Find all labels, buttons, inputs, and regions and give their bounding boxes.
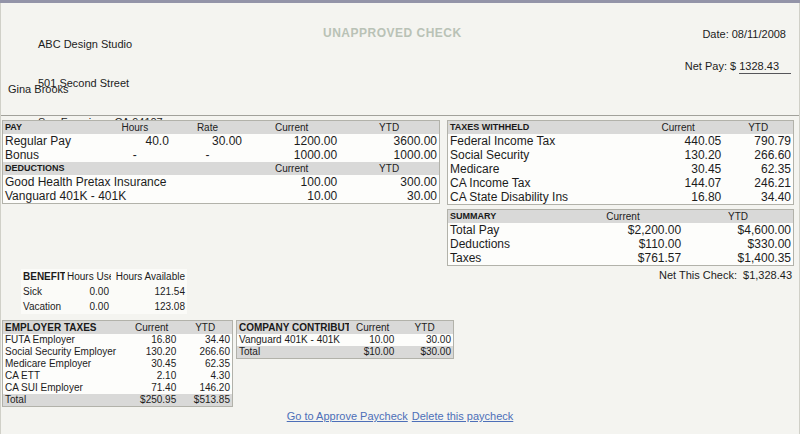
footer-links: Go to Approve PaycheckDelete this payche… (1, 410, 799, 422)
summary-row-current: $2,200.00 (563, 223, 683, 237)
employer-tax-current: 16.80 (125, 334, 178, 346)
table-row: Medicare 30.45 62.35 (448, 162, 794, 176)
company-contributions-section-title: COMPANY CONTRIBUTIONS (237, 321, 350, 335)
tax-row-label: CA Income Tax (448, 176, 634, 190)
pay-row-ytd: 3600.00 (339, 134, 439, 148)
table-row: Sick 0.00 121.54 (21, 284, 187, 299)
employer-tax-label: FUTA Employer (3, 334, 126, 346)
tax-row-current: 130.20 (633, 148, 723, 162)
tax-row-current: 144.07 (633, 176, 723, 190)
net-this-check-label: Net This Check: (659, 269, 737, 281)
pay-section-title: PAY (3, 121, 99, 135)
employer-tax-label: Social Security Employer (3, 346, 126, 358)
benefits-col-available: Hours Available (111, 269, 187, 284)
table-row: Good Health Pretax Insurance 100.00 300.… (3, 175, 440, 189)
deductions-row-current: 10.00 (244, 189, 339, 204)
deductions-row-current: 100.00 (244, 175, 339, 189)
pay-deductions-table: PAY Hours Rate Current YTD Regular Pay 4… (2, 120, 440, 204)
tax-row-label: Federal Income Tax (448, 134, 634, 148)
summary-row-label: Deductions (448, 237, 563, 251)
employer-tax-current: 130.20 (125, 346, 178, 358)
benefit-row-used: 0.00 (65, 299, 111, 314)
tax-row-ytd: 246.21 (723, 176, 793, 190)
company-contributions-col-current: Current (349, 321, 396, 335)
table-row: Taxes $761.57 $1,400.35 (448, 251, 794, 266)
delete-paycheck-link[interactable]: Delete this paycheck (412, 410, 514, 422)
summary-row-ytd: $4,600.00 (683, 223, 793, 237)
pay-deductions-section: PAY Hours Rate Current YTD Regular Pay 4… (2, 120, 440, 204)
contribution-label: Vanguard 401K - 401K (237, 334, 350, 346)
pay-col-ytd: YTD (339, 121, 439, 135)
taxes-withheld-table: TAXES WITHHELD Current YTD Federal Incom… (447, 120, 794, 205)
company-contributions-section: COMPANY CONTRIBUTIONS Current YTD Vangua… (236, 320, 454, 359)
net-this-check-value: $1,328.43 (743, 269, 792, 281)
taxes-summary-section: TAXES WITHHELD Current YTD Federal Incom… (447, 120, 794, 281)
company-contributions-col-ytd: YTD (396, 321, 453, 335)
table-row: Federal Income Tax 440.05 790.79 (448, 134, 794, 148)
pay-row-current: 1200.00 (244, 134, 339, 148)
tax-row-label: Social Security (448, 148, 634, 162)
summary-header-row: SUMMARY Current YTD (448, 210, 794, 224)
company-name: ABC Design Studio (38, 38, 163, 51)
employer-taxes-total-row: Total $250.95 $513.85 (3, 394, 233, 407)
deductions-col-current: Current (244, 162, 339, 175)
pay-row-label: Bonus (3, 148, 99, 162)
net-pay-value: 1328.43 (739, 60, 791, 74)
employer-tax-ytd: 62.35 (178, 358, 232, 370)
pay-col-current: Current (244, 121, 339, 135)
benefit-row-label: Vacation (21, 299, 65, 314)
table-row: CA ETT 2.10 4.30 (3, 370, 233, 382)
pay-row-hours: 40.0 (99, 134, 171, 148)
deductions-row-label: Good Health Pretax Insurance (3, 175, 245, 189)
benefit-row-used: 0.00 (65, 284, 111, 299)
approve-paycheck-link[interactable]: Go to Approve Paycheck (287, 410, 408, 422)
employer-tax-label: CA ETT (3, 370, 126, 382)
table-row: Bonus - - 1000.00 1000.00 (3, 148, 440, 162)
tax-row-label: Medicare (448, 162, 634, 176)
pay-col-hours: Hours (99, 121, 171, 135)
company-contributions-total-label: Total (237, 346, 350, 359)
tax-row-current: 30.45 (633, 162, 723, 176)
net-pay-label: Net Pay: $ (685, 60, 736, 72)
company-contributions-table: COMPANY CONTRIBUTIONS Current YTD Vangua… (236, 320, 454, 359)
contribution-ytd: 30.00 (396, 334, 453, 346)
paycheck-page: ABC Design Studio 501 Second Street San … (0, 3, 800, 434)
contribution-current: 10.00 (349, 334, 396, 346)
employer-taxes-total-current: $250.95 (125, 394, 178, 407)
summary-col-ytd: YTD (683, 210, 793, 224)
benefit-row-label: Sick (21, 284, 65, 299)
employer-tax-ytd: 4.30 (178, 370, 232, 382)
table-row: Total Pay $2,200.00 $4,600.00 (448, 223, 794, 237)
pay-row-ytd: 1000.00 (339, 148, 439, 162)
table-row: CA SUI Employer 71.40 146.20 (3, 382, 233, 394)
employer-taxes-table: EMPLOYER TAXES Current YTD FUTA Employer… (2, 320, 233, 407)
table-row: Vacation 0.00 123.08 (21, 299, 187, 314)
employee-name: Gina Brooks (8, 83, 106, 96)
tax-row-ytd: 34.40 (723, 190, 793, 205)
company-contributions-total-ytd: $30.00 (396, 346, 453, 359)
unapproved-check-watermark: UNAPPROVED CHECK (323, 26, 462, 40)
summary-section-title: SUMMARY (448, 210, 563, 224)
company-contributions-total-row: Total $10.00 $30.00 (237, 346, 454, 359)
employer-taxes-col-ytd: YTD (178, 321, 232, 335)
table-row: Social Security Employer 130.20 266.60 (3, 346, 233, 358)
employer-taxes-header-row: EMPLOYER TAXES Current YTD (3, 321, 233, 335)
summary-table: SUMMARY Current YTD Total Pay $2,200.00 … (447, 209, 794, 266)
tax-row-current: 440.05 (633, 134, 723, 148)
deductions-col-ytd: YTD (339, 162, 439, 175)
employer-taxes-total-label: Total (3, 394, 126, 407)
employer-tax-ytd: 146.20 (178, 382, 232, 394)
taxes-col-ytd: YTD (723, 121, 793, 135)
summary-row-ytd: $1,400.35 (683, 251, 793, 266)
employer-tax-label: Medicare Employer (3, 358, 126, 370)
table-row: Vanguard 401K - 401K 10.00 30.00 (3, 189, 440, 204)
employer-tax-current: 30.45 (125, 358, 178, 370)
taxes-section-title: TAXES WITHHELD (448, 121, 634, 135)
benefit-row-available: 121.54 (111, 284, 187, 299)
net-pay: Net Pay: $ 1328.43 (685, 60, 791, 72)
company-contributions-header-row: COMPANY CONTRIBUTIONS Current YTD (237, 321, 454, 335)
benefits-section-title: BENEFITS (21, 269, 65, 284)
pay-header-row: PAY Hours Rate Current YTD (3, 121, 440, 135)
table-row: CA State Disability Ins 16.80 34.40 (448, 190, 794, 205)
deductions-row-label: Vanguard 401K - 401K (3, 189, 245, 204)
